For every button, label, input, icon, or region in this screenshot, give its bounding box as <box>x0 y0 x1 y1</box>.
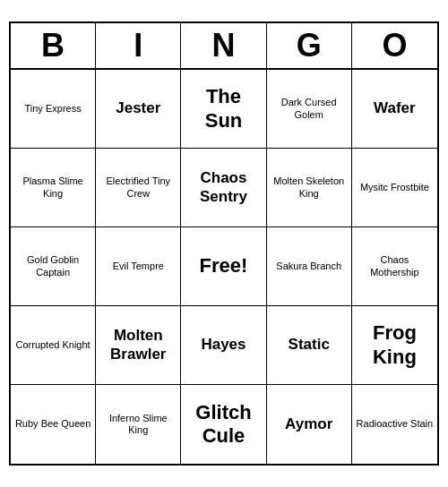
cell-text: Glitch Cule <box>185 401 262 449</box>
bingo-cell: Aymor <box>267 385 352 464</box>
cell-text: Aymor <box>285 415 332 433</box>
cell-text: Static <box>289 336 330 354</box>
header-letter: G <box>267 23 352 68</box>
cell-text: Ruby Bee Queen <box>15 418 90 430</box>
bingo-cell: Molten Skeleton King <box>267 149 352 227</box>
bingo-cell: The Sun <box>181 70 266 149</box>
cell-text: Plasma Slime King <box>14 175 91 199</box>
cell-text: Chaos Sentry <box>185 169 262 206</box>
bingo-cell: Jester <box>96 70 181 149</box>
bingo-cell: Evil Tempre <box>96 227 181 306</box>
cell-text: Molten Brawler <box>99 327 177 363</box>
cell-text: Corrupted Knight <box>16 339 90 351</box>
cell-text: Molten Skeleton King <box>271 175 348 199</box>
bingo-cell: Static <box>267 306 352 385</box>
cell-text: The Sun <box>185 85 262 132</box>
cell-text: Sakura Branch <box>276 261 341 272</box>
cell-text: Electrified Tiny Crew <box>99 175 177 199</box>
cell-text: Tiny Express <box>25 103 82 115</box>
bingo-cell: Glitch Cule <box>181 385 266 464</box>
bingo-cell: Frog King <box>352 306 437 385</box>
bingo-cell: Radioactive Stain <box>352 385 437 464</box>
bingo-cell: Sakura Branch <box>267 227 352 306</box>
header-letter: I <box>96 23 181 68</box>
bingo-cell: Mysitc Frostbite <box>352 149 437 227</box>
bingo-grid: Tiny ExpressJesterThe SunDark Cursed Gol… <box>11 70 437 464</box>
bingo-cell: Hayes <box>181 306 266 385</box>
cell-text: Wafer <box>374 99 416 117</box>
bingo-cell: Gold Goblin Captain <box>11 227 96 306</box>
bingo-cell: Chaos Mothership <box>352 227 437 306</box>
bingo-cell: Free! <box>181 227 266 306</box>
cell-text: Free! <box>200 254 248 278</box>
bingo-cell: Wafer <box>352 70 437 149</box>
cell-text: Chaos Mothership <box>356 254 434 278</box>
cell-text: Gold Goblin Captain <box>14 254 91 278</box>
cell-text: Radioactive Stain <box>357 418 434 430</box>
bingo-cell: Corrupted Knight <box>11 306 96 385</box>
bingo-cell: Chaos Sentry <box>181 149 266 227</box>
bingo-cell: Electrified Tiny Crew <box>96 149 181 227</box>
cell-text: Hayes <box>201 336 246 354</box>
cell-text: Jester <box>116 99 160 117</box>
cell-text: Frog King <box>356 321 434 369</box>
cell-text: Dark Cursed Golem <box>271 97 348 120</box>
header-letter: O <box>352 23 437 68</box>
cell-text: Inferno Slime King <box>99 413 177 436</box>
bingo-cell: Ruby Bee Queen <box>11 385 96 464</box>
cell-text: Evil Tempre <box>113 261 164 272</box>
bingo-cell: Dark Cursed Golem <box>267 70 352 149</box>
bingo-cell: Inferno Slime King <box>96 385 181 464</box>
bingo-cell: Molten Brawler <box>96 306 181 385</box>
header-letter: B <box>11 23 96 68</box>
cell-text: Mysitc Frostbite <box>360 182 429 193</box>
bingo-card: BINGO Tiny ExpressJesterThe SunDark Curs… <box>9 21 439 466</box>
bingo-cell: Plasma Slime King <box>11 149 96 227</box>
bingo-cell: Tiny Express <box>11 70 96 149</box>
bingo-header: BINGO <box>11 23 437 70</box>
header-letter: N <box>181 23 266 68</box>
